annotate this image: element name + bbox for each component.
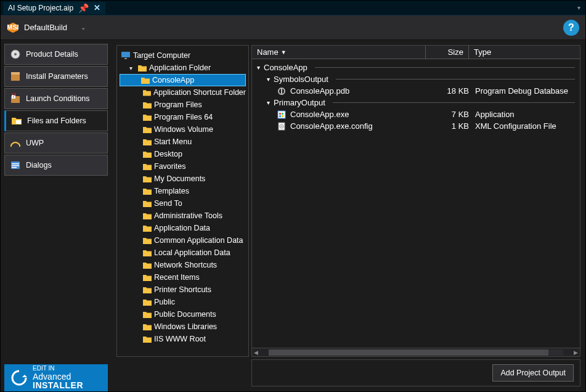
tree-folder-row[interactable]: Templates (120, 185, 246, 197)
tree-consoleapp[interactable]: ConsoleApp (120, 74, 246, 86)
tree-folder-row[interactable]: Recent Items (120, 271, 246, 284)
svg-marker-16 (22, 375, 27, 377)
tree-folder-row[interactable]: Public (120, 296, 246, 308)
expand-icon[interactable]: ▾ (257, 64, 260, 71)
edit-in-advanced-installer[interactable]: EDIT IN Advanced INSTALLER (4, 364, 108, 391)
tree-folder-row[interactable]: My Documents (120, 173, 246, 185)
file-type: Application (475, 110, 580, 119)
tree-folder-row[interactable]: Administrative Tools (120, 210, 246, 222)
tree-folder-row[interactable]: Application Data (120, 222, 246, 234)
scroll-right-icon[interactable]: ▶ (572, 349, 580, 356)
folder-icon (143, 212, 152, 219)
file-row[interactable]: ConsoleApp.pdb 18 KB Program Debug Datab… (252, 85, 580, 97)
nav-product-details[interactable]: Product Details (4, 44, 108, 65)
group-label: SymbolsOutput (274, 75, 328, 84)
tree-folder-row[interactable]: Application Shortcut Folder (120, 86, 246, 99)
tree-folder-row[interactable]: Public Documents (120, 308, 246, 321)
tree-label: Program Files 64 (154, 113, 213, 121)
tree-label: Program Files (154, 100, 202, 109)
tree-folder-row[interactable]: Network Shortcuts (120, 259, 246, 271)
folder-icon (143, 224, 152, 232)
close-icon[interactable]: ✕ (94, 3, 100, 12)
tree-folder-row[interactable]: Windows Libraries (120, 321, 246, 333)
svg-rect-4 (11, 74, 20, 81)
file-list: Name▼ Size Type ▾ ConsoleApp ▾ SymbolsOu… (251, 45, 580, 357)
tree-folder-row[interactable]: Program Files 64 (120, 111, 246, 123)
folder-icon (143, 323, 152, 330)
group-symbolsoutput[interactable]: ▾ SymbolsOutput (252, 73, 580, 85)
tree-folder-row[interactable]: Start Menu (120, 136, 246, 148)
nav-dialogs[interactable]: Dialogs (4, 155, 108, 176)
file-row[interactable]: ConsoleApp.exe 7 KB Application (252, 108, 580, 120)
tree-folder-row[interactable]: Windows Volume (120, 123, 246, 136)
tree-folder-row[interactable]: Local Application Data (120, 247, 246, 259)
tree-label: Application Folder (149, 63, 211, 72)
box-question-icon: ? (10, 93, 21, 104)
scroll-thumb[interactable] (269, 349, 548, 356)
build-label: DefaultBuild (24, 23, 67, 32)
nav-launch-conditions[interactable]: ? Launch Conditions (4, 88, 108, 109)
tree-label: Application Data (154, 224, 210, 232)
folder-icon (141, 76, 150, 84)
expand-icon[interactable]: ▾ (267, 76, 270, 83)
nav-install-parameters[interactable]: Install Parameters (4, 66, 108, 87)
tree-folder-row[interactable]: Common Application Data (120, 234, 246, 247)
folder-icon (143, 298, 152, 306)
tree-label: IIS WWW Root (154, 335, 206, 343)
tree-label: Windows Volume (154, 125, 213, 134)
tree-label: Administrative Tools (154, 211, 222, 220)
tree-folder-row[interactable]: Program Files (120, 99, 246, 111)
scroll-left-icon[interactable]: ◀ (252, 349, 260, 356)
group-consoleapp[interactable]: ▾ ConsoleApp (252, 62, 580, 73)
nav-uwp[interactable]: UWP (4, 133, 108, 153)
help-button[interactable]: ? (563, 20, 579, 36)
pin-icon[interactable]: 📌 (78, 3, 89, 13)
col-size[interactable]: Size (426, 46, 469, 59)
col-name[interactable]: Name▼ (252, 46, 426, 59)
tree-folder-row[interactable]: Desktop (120, 148, 246, 160)
tree-folder-row[interactable]: Favorites (120, 160, 246, 173)
file-type: XML Configuration File (475, 121, 580, 131)
tree-label: Favorites (154, 162, 185, 171)
folder-icon (11, 115, 22, 126)
folder-icon (143, 138, 152, 145)
svg-point-28 (281, 126, 282, 127)
svg-rect-22 (279, 113, 281, 115)
left-nav: Product Details Install Parameters ? Lau… (1, 40, 112, 391)
file-size: 18 KB (438, 86, 475, 96)
svg-rect-13 (12, 163, 19, 165)
tab-title: AI Setup Project.aip (8, 4, 73, 12)
folder-tree[interactable]: Target Computer ▾ Application Folder Con… (116, 45, 249, 357)
folder-icon (143, 89, 151, 96)
tree-label: Desktop (154, 150, 182, 158)
expand-icon[interactable]: ▾ (129, 65, 136, 71)
group-primaryoutput[interactable]: ▾ PrimaryOutput (252, 97, 580, 108)
tree-app-folder[interactable]: ▾ Application Folder (120, 62, 246, 74)
tree-folder-row[interactable]: Printer Shortcuts (120, 284, 246, 296)
tree-folder-row[interactable]: Send To (120, 197, 246, 210)
chevron-down-icon[interactable]: ▾ (577, 4, 583, 11)
document-tab[interactable]: AI Setup Project.aip 📌 ✕ (3, 2, 105, 14)
horizontal-scrollbar[interactable]: ◀ ▶ (252, 348, 580, 356)
nav-label: Product Details (26, 50, 78, 59)
tree-label: My Documents (154, 174, 205, 183)
file-name: ConsoleApp.pdb (290, 86, 438, 96)
folder-icon (143, 335, 152, 343)
tree-root-row[interactable]: Target Computer (120, 49, 246, 62)
folder-icon (138, 64, 147, 71)
nav-label: Dialogs (26, 161, 52, 169)
expand-icon[interactable]: ▾ (267, 99, 270, 106)
tree-folder-row[interactable]: IIS WWW Root (120, 333, 246, 345)
tree-label: Printer Shortcuts (154, 285, 211, 294)
group-label: ConsoleApp (264, 63, 307, 72)
tree-label: Network Shortcuts (154, 261, 217, 269)
file-row[interactable]: ConsoleApp.exe.config 1 KB XML Configura… (252, 120, 580, 132)
col-type[interactable]: Type (469, 46, 580, 59)
svg-point-3 (14, 53, 17, 55)
nav-files-folders[interactable]: Files and Folders (4, 110, 108, 131)
svg-rect-14 (12, 165, 19, 166)
editin-line2: INSTALLER (33, 381, 83, 390)
add-project-output-button[interactable]: Add Project Output (492, 364, 574, 382)
build-selector[interactable]: MSI DefaultBuild ⌄ (7, 22, 86, 34)
monitor-icon (121, 51, 131, 60)
